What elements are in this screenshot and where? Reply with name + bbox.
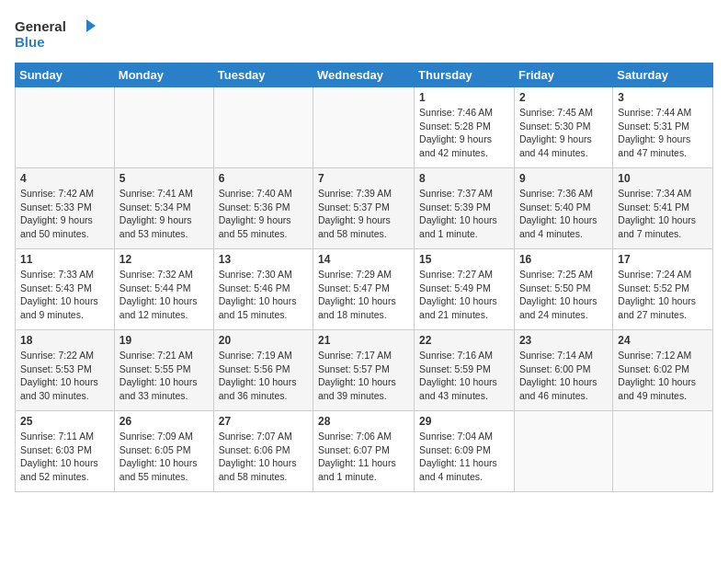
day-number: 28	[318, 415, 409, 428]
calendar-cell: 8Sunrise: 7:37 AM Sunset: 5:39 PM Daylig…	[415, 168, 515, 249]
day-info: Sunrise: 7:33 AM Sunset: 5:43 PM Dayligh…	[20, 268, 109, 322]
calendar-cell: 24Sunrise: 7:12 AM Sunset: 6:02 PM Dayli…	[613, 330, 713, 411]
calendar-week-row: 11Sunrise: 7:33 AM Sunset: 5:43 PM Dayli…	[16, 249, 713, 330]
day-number: 24	[618, 334, 708, 347]
calendar-cell: 3Sunrise: 7:44 AM Sunset: 5:31 PM Daylig…	[613, 87, 713, 168]
calendar-week-row: 18Sunrise: 7:22 AM Sunset: 5:53 PM Dayli…	[16, 330, 713, 411]
day-number: 4	[20, 172, 109, 185]
day-number: 26	[119, 415, 209, 428]
day-number: 27	[219, 415, 308, 428]
day-info: Sunrise: 7:30 AM Sunset: 5:46 PM Dayligh…	[219, 268, 308, 322]
day-info: Sunrise: 7:21 AM Sunset: 5:55 PM Dayligh…	[119, 349, 209, 403]
day-number: 13	[219, 253, 308, 266]
day-number: 9	[519, 172, 608, 185]
weekday-header-tuesday: Tuesday	[213, 63, 313, 87]
weekday-header-sunday: Sunday	[16, 63, 115, 87]
day-number: 15	[419, 253, 509, 266]
day-number: 1	[419, 91, 509, 104]
day-number: 16	[519, 253, 608, 266]
day-info: Sunrise: 7:09 AM Sunset: 6:05 PM Dayligh…	[119, 430, 209, 484]
day-number: 25	[20, 415, 109, 428]
day-number: 6	[219, 172, 308, 185]
calendar-cell	[313, 87, 415, 168]
day-info: Sunrise: 7:42 AM Sunset: 5:33 PM Dayligh…	[20, 187, 109, 241]
day-number: 20	[219, 334, 308, 347]
day-number: 7	[318, 172, 409, 185]
calendar-cell: 16Sunrise: 7:25 AM Sunset: 5:50 PM Dayli…	[514, 249, 612, 330]
logo: General Blue	[15, 15, 97, 53]
day-info: Sunrise: 7:06 AM Sunset: 6:07 PM Dayligh…	[318, 430, 409, 484]
day-info: Sunrise: 7:32 AM Sunset: 5:44 PM Dayligh…	[119, 268, 209, 322]
day-info: Sunrise: 7:19 AM Sunset: 5:56 PM Dayligh…	[219, 349, 308, 403]
calendar-cell: 15Sunrise: 7:27 AM Sunset: 5:49 PM Dayli…	[415, 249, 515, 330]
day-info: Sunrise: 7:14 AM Sunset: 6:00 PM Dayligh…	[519, 349, 608, 403]
calendar-cell	[514, 411, 612, 492]
calendar-table: SundayMondayTuesdayWednesdayThursdayFrid…	[15, 63, 713, 492]
calendar-cell: 19Sunrise: 7:21 AM Sunset: 5:55 PM Dayli…	[114, 330, 213, 411]
day-info: Sunrise: 7:16 AM Sunset: 5:59 PM Dayligh…	[419, 349, 509, 403]
day-number: 8	[419, 172, 509, 185]
calendar-cell	[114, 87, 213, 168]
calendar-cell: 1Sunrise: 7:46 AM Sunset: 5:28 PM Daylig…	[415, 87, 515, 168]
day-number: 3	[618, 91, 708, 104]
calendar-cell: 25Sunrise: 7:11 AM Sunset: 6:03 PM Dayli…	[16, 411, 115, 492]
calendar-cell	[16, 87, 115, 168]
calendar-cell: 29Sunrise: 7:04 AM Sunset: 6:09 PM Dayli…	[415, 411, 515, 492]
svg-text:General: General	[15, 18, 66, 34]
calendar-week-row: 1Sunrise: 7:46 AM Sunset: 5:28 PM Daylig…	[16, 87, 713, 168]
day-info: Sunrise: 7:39 AM Sunset: 5:37 PM Dayligh…	[318, 187, 409, 241]
svg-marker-2	[86, 19, 96, 32]
day-info: Sunrise: 7:29 AM Sunset: 5:47 PM Dayligh…	[318, 268, 409, 322]
day-info: Sunrise: 7:41 AM Sunset: 5:34 PM Dayligh…	[119, 187, 209, 241]
calendar-cell: 7Sunrise: 7:39 AM Sunset: 5:37 PM Daylig…	[313, 168, 415, 249]
svg-text:Blue: Blue	[15, 34, 45, 50]
calendar-cell: 20Sunrise: 7:19 AM Sunset: 5:56 PM Dayli…	[213, 330, 313, 411]
day-info: Sunrise: 7:45 AM Sunset: 5:30 PM Dayligh…	[519, 106, 608, 160]
calendar-cell: 23Sunrise: 7:14 AM Sunset: 6:00 PM Dayli…	[514, 330, 612, 411]
calendar-cell: 22Sunrise: 7:16 AM Sunset: 5:59 PM Dayli…	[415, 330, 515, 411]
day-number: 23	[519, 334, 608, 347]
weekday-header-monday: Monday	[114, 63, 213, 87]
day-info: Sunrise: 7:04 AM Sunset: 6:09 PM Dayligh…	[419, 430, 509, 484]
day-number: 18	[20, 334, 109, 347]
day-number: 21	[318, 334, 409, 347]
weekday-header-saturday: Saturday	[613, 63, 713, 87]
day-number: 10	[618, 172, 708, 185]
day-number: 19	[119, 334, 209, 347]
weekday-header-thursday: Thursday	[415, 63, 515, 87]
calendar-cell: 18Sunrise: 7:22 AM Sunset: 5:53 PM Dayli…	[16, 330, 115, 411]
day-number: 14	[318, 253, 409, 266]
day-info: Sunrise: 7:07 AM Sunset: 6:06 PM Dayligh…	[219, 430, 308, 484]
calendar-cell: 13Sunrise: 7:30 AM Sunset: 5:46 PM Dayli…	[213, 249, 313, 330]
calendar-cell: 6Sunrise: 7:40 AM Sunset: 5:36 PM Daylig…	[213, 168, 313, 249]
day-info: Sunrise: 7:37 AM Sunset: 5:39 PM Dayligh…	[419, 187, 509, 241]
calendar-cell: 5Sunrise: 7:41 AM Sunset: 5:34 PM Daylig…	[114, 168, 213, 249]
day-info: Sunrise: 7:27 AM Sunset: 5:49 PM Dayligh…	[419, 268, 509, 322]
page-header: General Blue	[15, 15, 713, 53]
calendar-cell	[613, 411, 713, 492]
calendar-cell: 28Sunrise: 7:06 AM Sunset: 6:07 PM Dayli…	[313, 411, 415, 492]
logo-icon: General Blue	[15, 15, 97, 53]
calendar-cell: 2Sunrise: 7:45 AM Sunset: 5:30 PM Daylig…	[514, 87, 612, 168]
day-info: Sunrise: 7:40 AM Sunset: 5:36 PM Dayligh…	[219, 187, 308, 241]
day-info: Sunrise: 7:36 AM Sunset: 5:40 PM Dayligh…	[519, 187, 608, 241]
weekday-header-wednesday: Wednesday	[313, 63, 415, 87]
calendar-week-row: 25Sunrise: 7:11 AM Sunset: 6:03 PM Dayli…	[16, 411, 713, 492]
day-info: Sunrise: 7:25 AM Sunset: 5:50 PM Dayligh…	[519, 268, 608, 322]
day-info: Sunrise: 7:12 AM Sunset: 6:02 PM Dayligh…	[618, 349, 708, 403]
calendar-cell: 17Sunrise: 7:24 AM Sunset: 5:52 PM Dayli…	[613, 249, 713, 330]
calendar-cell	[213, 87, 313, 168]
calendar-cell: 11Sunrise: 7:33 AM Sunset: 5:43 PM Dayli…	[16, 249, 115, 330]
calendar-cell: 14Sunrise: 7:29 AM Sunset: 5:47 PM Dayli…	[313, 249, 415, 330]
day-info: Sunrise: 7:11 AM Sunset: 6:03 PM Dayligh…	[20, 430, 109, 484]
day-number: 11	[20, 253, 109, 266]
day-number: 29	[419, 415, 509, 428]
day-info: Sunrise: 7:24 AM Sunset: 5:52 PM Dayligh…	[618, 268, 708, 322]
day-info: Sunrise: 7:44 AM Sunset: 5:31 PM Dayligh…	[618, 106, 708, 160]
calendar-cell: 26Sunrise: 7:09 AM Sunset: 6:05 PM Dayli…	[114, 411, 213, 492]
day-number: 5	[119, 172, 209, 185]
day-info: Sunrise: 7:46 AM Sunset: 5:28 PM Dayligh…	[419, 106, 509, 160]
calendar-cell: 4Sunrise: 7:42 AM Sunset: 5:33 PM Daylig…	[16, 168, 115, 249]
day-number: 12	[119, 253, 209, 266]
weekday-header-friday: Friday	[514, 63, 612, 87]
